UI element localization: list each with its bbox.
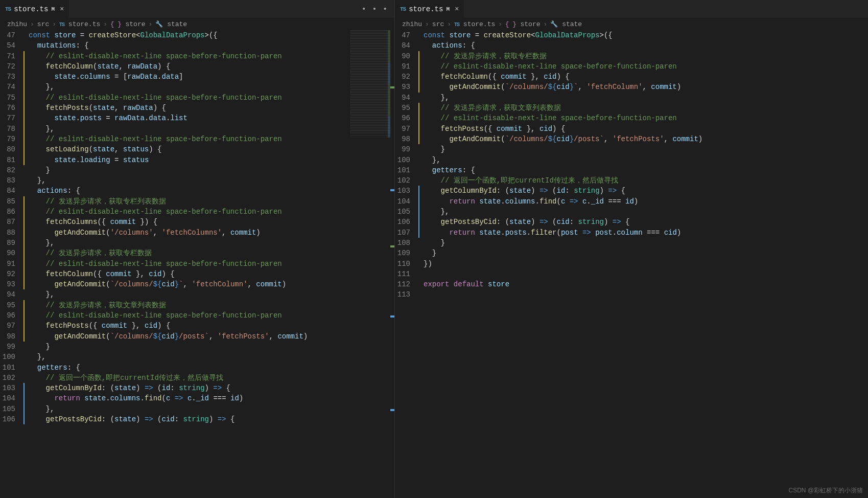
close-icon[interactable]: × bbox=[60, 5, 64, 13]
line-number[interactable]: 111 bbox=[395, 269, 418, 279]
code-content[interactable]: }, bbox=[24, 238, 54, 248]
code-line[interactable]: 96 // eslint-disable-next-line space-bef… bbox=[0, 310, 394, 321]
line-number[interactable]: 94 bbox=[395, 93, 418, 103]
code-content[interactable]: state.loading = status bbox=[24, 155, 149, 165]
code-line[interactable]: 84 actions: { bbox=[395, 40, 868, 51]
line-number[interactable]: 47 bbox=[395, 30, 418, 40]
line-number[interactable]: 77 bbox=[0, 113, 24, 123]
line-number[interactable]: 84 bbox=[0, 186, 24, 196]
code-content[interactable]: } bbox=[418, 248, 436, 258]
line-number[interactable]: 86 bbox=[0, 207, 24, 217]
line-number[interactable]: 79 bbox=[0, 134, 24, 144]
code-line[interactable]: 47const store = createStore<GlobalDataPr… bbox=[395, 30, 868, 40]
code-line[interactable]: 84 actions: { bbox=[0, 186, 394, 196]
line-number[interactable]: 93 bbox=[0, 279, 24, 289]
overview-ruler[interactable] bbox=[390, 30, 394, 498]
code-line[interactable]: 104 return state.columns.find(c => c._id… bbox=[395, 196, 868, 207]
code-line[interactable]: 80 setLoading(state, status) { bbox=[0, 144, 394, 154]
code-line[interactable]: 86 // eslint-disable-next-line space-bef… bbox=[0, 207, 394, 217]
code-line[interactable]: 101 getters: { bbox=[0, 363, 394, 373]
code-line[interactable]: 72 fetchColumn(state, rawData) { bbox=[0, 61, 394, 72]
code-content[interactable]: getAndCommit(`/columns/${cid}/posts`, 'f… bbox=[418, 134, 702, 144]
code-content[interactable]: getAndCommit('/columns', 'fetchColumns',… bbox=[24, 228, 261, 238]
line-number[interactable]: 106 bbox=[0, 414, 24, 424]
code-line[interactable]: 103 getColumnById: (state) => (id: strin… bbox=[395, 186, 868, 196]
code-content[interactable]: mutations: { bbox=[24, 40, 89, 51]
line-number[interactable]: 90 bbox=[395, 51, 418, 61]
code-content[interactable]: }) bbox=[418, 259, 432, 269]
breadcrumb[interactable]: zhihu›src›TS store.ts›{ } store›🔧 state bbox=[395, 18, 868, 30]
line-number[interactable]: 113 bbox=[395, 289, 418, 300]
line-number[interactable]: 108 bbox=[395, 238, 418, 248]
code-line[interactable]: 110}) bbox=[395, 259, 868, 269]
code-line[interactable]: 79 // eslint-disable-next-line space-bef… bbox=[0, 134, 394, 144]
code-line[interactable]: 91 // eslint-disable-next-line space-bef… bbox=[395, 61, 868, 72]
code-content[interactable]: actions: { bbox=[418, 40, 475, 51]
code-content[interactable]: // 发送异步请求，获取专栏列表数据 bbox=[24, 196, 166, 207]
code-content[interactable]: fetchPosts(state, rawData) { bbox=[24, 103, 166, 113]
code-content[interactable]: // eslint-disable-next-line space-before… bbox=[418, 61, 677, 72]
code-line[interactable]: 75 // eslint-disable-next-line space-bef… bbox=[0, 93, 394, 103]
code-line[interactable]: 85 // 发送异步请求，获取专栏列表数据 bbox=[0, 196, 394, 207]
code-line[interactable]: 97 fetchPosts({ commit }, cid) { bbox=[395, 124, 868, 134]
code-content[interactable]: // 发送异步请求，获取文章列表数据 bbox=[418, 103, 561, 113]
code-content[interactable]: // eslint-disable-next-line space-before… bbox=[24, 259, 282, 269]
code-line[interactable]: 105 }, bbox=[395, 207, 868, 217]
code-line[interactable]: 74 }, bbox=[0, 82, 394, 92]
code-content[interactable]: getPostsByCid: (state) => (cid: string) … bbox=[24, 414, 234, 424]
code-line[interactable]: 112export default store bbox=[395, 279, 868, 289]
code-content[interactable]: getPostsByCid: (state) => (cid: string) … bbox=[418, 217, 629, 227]
code-line[interactable]: 105 }, bbox=[0, 404, 394, 414]
line-number[interactable]: 98 bbox=[0, 331, 24, 342]
line-number[interactable]: 106 bbox=[395, 217, 418, 227]
breadcrumb-item[interactable]: { } store bbox=[110, 20, 145, 28]
line-number[interactable]: 109 bbox=[395, 248, 418, 258]
line-number[interactable]: 94 bbox=[0, 289, 24, 300]
line-number[interactable]: 88 bbox=[0, 228, 24, 238]
code-editor[interactable]: 47const store = createStore<GlobalDataPr… bbox=[395, 30, 868, 498]
code-content[interactable]: }, bbox=[418, 207, 449, 217]
code-line[interactable]: 92 fetchColumn({ commit }, cid) { bbox=[395, 72, 868, 82]
code-line[interactable]: 94 }, bbox=[395, 93, 868, 103]
line-number[interactable]: 100 bbox=[395, 155, 418, 165]
code-content[interactable]: // eslint-disable-next-line space-before… bbox=[24, 93, 282, 103]
breadcrumb[interactable]: zhihu›src›TS store.ts›{ } store›🔧 state bbox=[0, 18, 394, 30]
line-number[interactable]: 102 bbox=[0, 373, 24, 383]
code-content[interactable]: state.posts = rawData.data.list bbox=[24, 113, 187, 123]
code-line[interactable]: 108 } bbox=[395, 238, 868, 248]
line-number[interactable]: 85 bbox=[0, 196, 24, 207]
code-line[interactable]: 95 // 发送异步请求，获取文章列表数据 bbox=[395, 103, 868, 113]
line-number[interactable]: 91 bbox=[0, 259, 24, 269]
code-content[interactable]: fetchColumns({ commit }) { bbox=[24, 217, 157, 227]
code-content[interactable]: }, bbox=[24, 175, 46, 186]
code-content[interactable]: }, bbox=[418, 93, 449, 103]
line-number[interactable]: 104 bbox=[0, 393, 24, 403]
code-content[interactable]: // eslint-disable-next-line space-before… bbox=[24, 51, 282, 61]
line-number[interactable]: 110 bbox=[395, 259, 418, 269]
code-line[interactable]: 88 getAndCommit('/columns', 'fetchColumn… bbox=[0, 228, 394, 238]
code-content[interactable]: // eslint-disable-next-line space-before… bbox=[24, 310, 282, 321]
code-line[interactable]: 102 // 返回一个函数,即把currentId传过来，然后做寻找 bbox=[395, 175, 868, 186]
line-number[interactable]: 84 bbox=[395, 40, 418, 51]
line-number[interactable]: 103 bbox=[0, 383, 24, 393]
code-line[interactable]: 99 } bbox=[395, 144, 868, 154]
line-number[interactable]: 97 bbox=[0, 321, 24, 331]
code-content[interactable]: fetchPosts({ commit }, cid) { bbox=[418, 124, 565, 134]
line-number[interactable]: 76 bbox=[0, 103, 24, 113]
code-line[interactable]: 99 } bbox=[0, 342, 394, 352]
code-line[interactable]: 90 // 发送异步请求，获取专栏数据 bbox=[0, 248, 394, 258]
code-line[interactable]: 93 getAndCommit(`/columns/${cid}`, 'fetc… bbox=[0, 279, 394, 289]
code-content[interactable]: getAndCommit(`/columns/${cid}`, 'fetchCo… bbox=[418, 82, 681, 92]
code-content[interactable]: const store = createStore<GlobalDataProp… bbox=[24, 30, 218, 40]
code-content[interactable]: getAndCommit(`/columns/${cid}/posts`, 'f… bbox=[24, 331, 308, 342]
code-content[interactable]: state.columns = [rawData.data] bbox=[24, 72, 183, 82]
code-content[interactable]: } bbox=[418, 144, 445, 154]
code-line[interactable]: 81 state.loading = status bbox=[0, 155, 394, 165]
editor-more-actions[interactable]: • • • bbox=[362, 5, 394, 13]
code-content[interactable]: }, bbox=[24, 352, 46, 362]
line-number[interactable]: 97 bbox=[395, 124, 418, 134]
line-number[interactable]: 104 bbox=[395, 196, 418, 207]
code-content[interactable]: getColumnById: (state) => (id: string) =… bbox=[418, 186, 625, 196]
code-line[interactable]: 98 getAndCommit(`/columns/${cid}/posts`,… bbox=[395, 134, 868, 144]
breadcrumb-item[interactable]: { } store bbox=[505, 20, 540, 28]
